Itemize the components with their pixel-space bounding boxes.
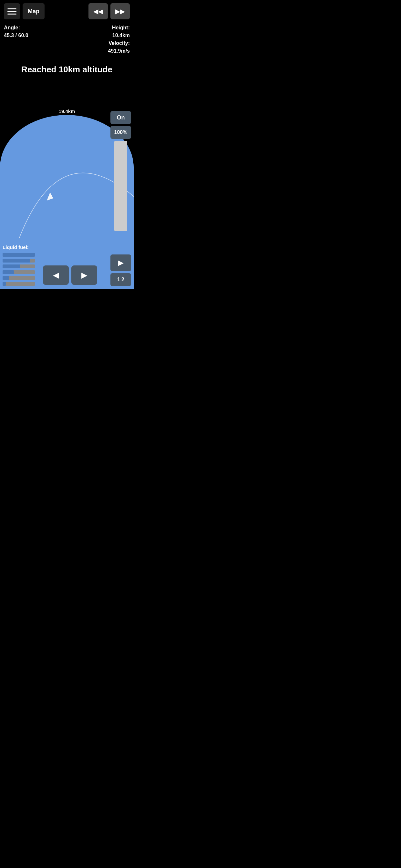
velocity-label: Velocity: <box>108 39 130 47</box>
fuel-bar-fill-6 <box>3 282 6 286</box>
height-label: Height: <box>108 24 130 32</box>
hamburger-line-3 <box>7 13 17 14</box>
fuel-panel: Liquid fuel: <box>3 244 35 286</box>
fuel-bar-bg-1 <box>3 253 35 257</box>
toolbar: Map ◀◀ ▶▶ <box>0 0 134 23</box>
fuel-bar-fill-3 <box>3 265 20 268</box>
fuel-bar-bg-3 <box>3 265 35 268</box>
velocity-value: 491.9m/s <box>108 47 130 55</box>
fuel-row-2 <box>3 258 35 263</box>
hamburger-line-2 <box>7 11 17 12</box>
angle-value: 45.3 / 60.0 <box>4 32 28 39</box>
fuel-row-6 <box>3 282 35 286</box>
stats-right: Height: 10.4km Velocity: 491.9m/s <box>108 24 130 55</box>
right-controls: On 100% <box>111 111 131 231</box>
fuel-bar-bg-2 <box>3 259 35 262</box>
fuel-bar-fill-1 <box>3 253 35 257</box>
toolbar-left: Map <box>4 3 44 20</box>
height-value: 10.4km <box>108 32 130 39</box>
svg-marker-0 <box>47 192 53 200</box>
distance-label: 19.4km <box>59 108 75 114</box>
fuel-bar-bg-4 <box>3 270 35 274</box>
angle-label: Angle: <box>4 24 28 32</box>
bottom-controls: Liquid fuel: <box>0 244 134 286</box>
fuel-row-1 <box>3 252 35 257</box>
hamburger-line-1 <box>7 8 17 9</box>
stats-left: Angle: 45.3 / 60.0 <box>4 24 28 39</box>
fuel-bar-fill-4 <box>3 270 14 274</box>
prev-button[interactable]: ◀ <box>43 266 69 285</box>
map-button[interactable]: Map <box>23 3 44 20</box>
fuel-label: Liquid fuel: <box>3 244 35 250</box>
fuel-row-4 <box>3 270 35 275</box>
hamburger-button[interactable] <box>4 3 20 20</box>
fuel-bar-bg-6 <box>3 282 35 286</box>
fuel-bar-fill-2 <box>3 259 30 262</box>
rewind-button[interactable]: ◀◀ <box>89 3 108 20</box>
next-button[interactable]: ▶ <box>71 266 97 285</box>
fastforward-button[interactable]: ▶▶ <box>111 3 130 20</box>
toolbar-right: ◀◀ ▶▶ <box>89 3 130 20</box>
fuel-bar-bg-5 <box>3 276 35 280</box>
main-message: Reached 10km altitude <box>0 65 134 74</box>
throttle-slider[interactable] <box>114 141 127 231</box>
on-button[interactable]: On <box>111 111 131 124</box>
bottom-center: ◀ ▶ <box>43 266 97 285</box>
altitude-message: Reached 10km altitude <box>21 65 112 74</box>
fuel-bar-fill-5 <box>3 276 9 280</box>
fuel-row-3 <box>3 264 35 269</box>
fuel-row-5 <box>3 276 35 280</box>
distance-value: 19.4km <box>59 108 75 114</box>
percent-button[interactable]: 100% <box>111 126 131 139</box>
